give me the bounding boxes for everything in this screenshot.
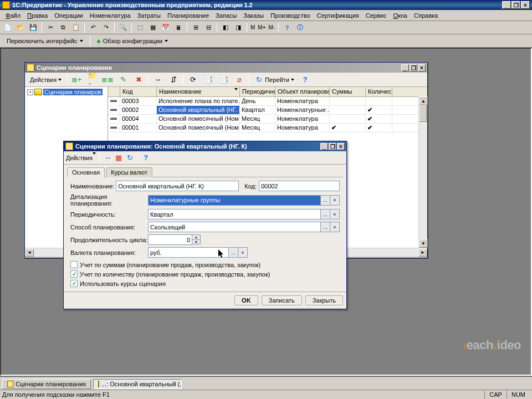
tab-rates[interactable]: Курсы валют <box>106 167 152 177</box>
col-code[interactable]: Код <box>120 87 157 96</box>
list-actions-dropdown[interactable]: Действия <box>27 75 64 85</box>
hierarchy-icon[interactable]: ⇵ <box>166 74 181 86</box>
by-sum-checkbox[interactable] <box>70 261 78 268</box>
scrollbar-vertical[interactable]: ▲ ▼ <box>418 96 427 248</box>
detail-clear-button[interactable]: × <box>330 195 340 206</box>
write-button[interactable]: Записать <box>262 295 302 305</box>
scroll-down-icon[interactable]: ▼ <box>419 239 428 248</box>
calendar-icon[interactable]: 📅 <box>160 22 171 33</box>
switch-interface-dropdown[interactable]: Переключить интерфейс <box>3 35 86 47</box>
currency-input[interactable] <box>148 247 229 258</box>
tool-5-icon[interactable]: ◧ <box>220 22 231 33</box>
cycle-input[interactable] <box>148 234 192 245</box>
currency-clear-button[interactable]: × <box>238 247 248 258</box>
period-clear-button[interactable]: × <box>330 209 340 219</box>
redo-icon[interactable]: ↷ <box>100 22 111 33</box>
currency-select-button[interactable]: ... <box>229 247 238 258</box>
menu-production[interactable]: Производство <box>267 11 314 20</box>
restore-button[interactable]: ❐ <box>511 1 520 9</box>
edit-icon[interactable]: ✎ <box>116 74 130 86</box>
period-select-button[interactable]: ... <box>321 209 330 219</box>
cut-icon[interactable]: ✂ <box>45 22 56 33</box>
scroll-thumb[interactable] <box>419 105 427 122</box>
copy-item-icon[interactable]: ≣≣ <box>100 74 115 86</box>
scroll-left-icon[interactable]: ◄ <box>25 249 34 257</box>
dialog-goto-icon[interactable]: ↻ <box>125 154 134 162</box>
delete-icon[interactable]: ✖ <box>131 74 146 86</box>
col-qty[interactable]: Количес.. <box>366 87 392 96</box>
name-input[interactable] <box>116 181 239 191</box>
tool-3-icon[interactable]: ⊞ <box>190 22 201 33</box>
zoom-m2[interactable]: M- <box>268 22 276 33</box>
list-minimize-button[interactable]: _ <box>401 64 409 71</box>
list-help-icon[interactable]: ? <box>298 74 313 86</box>
use-rates-checkbox[interactable]: ✓ <box>70 280 78 287</box>
method-select-button[interactable]: ... <box>321 222 330 232</box>
ok-button[interactable]: OK <box>234 295 258 305</box>
cycle-spin-down[interactable]: ▼ <box>192 239 201 244</box>
menu-operations[interactable]: Операции <box>51 11 86 20</box>
help-icon[interactable]: ? <box>282 22 293 33</box>
undo-icon[interactable]: ↶ <box>88 22 99 33</box>
col-name[interactable]: Наименование <box>157 87 240 96</box>
dialog-help-icon[interactable]: ? <box>141 154 150 162</box>
add-folder-icon[interactable]: 📁+ <box>85 74 99 86</box>
dialog-nav-icon[interactable]: ↔ <box>103 154 112 162</box>
table-row[interactable]: ➖00003Исполнение плана по плате..ДеньНом… <box>108 97 427 106</box>
detail-select-button[interactable]: ... <box>321 195 330 206</box>
add-icon[interactable]: ≣+ <box>69 74 84 86</box>
expand-icon[interactable]: + <box>27 89 33 95</box>
detail-input[interactable] <box>148 195 321 206</box>
dialog-close-button[interactable]: × <box>337 143 345 150</box>
scroll-right-icon[interactable]: ► <box>418 249 427 257</box>
list-maximize-button[interactable]: ❐ <box>410 64 417 71</box>
tool-2-icon[interactable]: ▦ <box>147 22 158 33</box>
zoom-m1[interactable]: M+ <box>257 22 266 33</box>
col-object[interactable]: Объект планирова.. <box>275 87 330 96</box>
menu-nomenclature[interactable]: Номенклатура <box>86 11 134 20</box>
table-row[interactable]: ➖00004Основной помесячный (Ном..МесяцНом… <box>108 115 427 124</box>
task-item-1[interactable]: Сценарии планирования <box>2 379 91 389</box>
table-row[interactable]: ➖00001Основной помесячный (Ном..МесяцНом… <box>108 124 427 132</box>
scroll-up-icon[interactable]: ▲ <box>419 96 428 105</box>
task-item-2[interactable]: ...: Основной квартальный (... <box>93 379 182 389</box>
method-clear-button[interactable]: × <box>330 222 340 232</box>
tab-main[interactable]: Основная <box>67 167 105 177</box>
menu-orders[interactable]: Заказы <box>240 11 267 20</box>
col-sum[interactable]: Суммы <box>330 87 366 96</box>
dialog-actions-dropdown[interactable]: Действия <box>66 155 96 161</box>
paste-icon[interactable]: 📋 <box>70 22 81 33</box>
dialog-struct-icon[interactable]: ▦ <box>114 154 123 162</box>
menu-costs[interactable]: Затраты <box>134 11 165 20</box>
close-button[interactable]: × <box>521 1 530 9</box>
tool-1-icon[interactable]: ⬚ <box>135 22 146 33</box>
filter2-icon[interactable]: 📑 <box>217 74 231 86</box>
menu-service[interactable]: Сервис <box>362 11 390 20</box>
refresh-icon[interactable]: ⟳ <box>186 74 200 86</box>
minimize-button[interactable]: _ <box>502 1 511 9</box>
dialog-minimize-button[interactable]: _ <box>320 143 328 150</box>
dialog-titlebar[interactable]: Сценарии планирования: Основной кварталь… <box>64 141 346 151</box>
col-icon[interactable] <box>108 87 120 96</box>
tool-4-icon[interactable]: ⊟ <box>203 22 214 33</box>
table-row[interactable]: ➖00002Основной квартальный (НГ. К)Кварта… <box>108 106 427 115</box>
col-period[interactable]: Периодично.. <box>240 87 275 96</box>
list-close-button[interactable]: × <box>418 64 426 71</box>
menu-stocks[interactable]: Запасы <box>212 11 240 20</box>
move-icon[interactable]: ↔ <box>151 74 165 86</box>
copy-icon[interactable]: ⧉ <box>58 22 69 33</box>
code-input[interactable] <box>259 181 340 191</box>
menu-planning[interactable]: Планирование <box>164 11 212 20</box>
menu-file[interactable]: Файл <box>2 11 24 20</box>
about-icon[interactable]: ⓘ <box>294 22 305 33</box>
filter-icon[interactable]: 📑 <box>201 74 216 86</box>
clear-filter-icon[interactable]: ⌀ <box>232 74 247 86</box>
menu-windows[interactable]: Окна <box>390 11 411 20</box>
menu-certification[interactable]: Сертификация <box>314 11 362 20</box>
new-icon[interactable]: 📄 <box>2 22 13 33</box>
tree-root-item[interactable]: + Сценарии планиров <box>26 88 106 96</box>
list-window-titlebar[interactable]: Сценарии планирования _ ❐ × <box>25 63 427 73</box>
menu-help[interactable]: Справка <box>411 11 441 20</box>
calc-icon[interactable]: 🖩 <box>173 22 184 33</box>
close-dialog-button[interactable]: Закрыть <box>305 295 343 305</box>
